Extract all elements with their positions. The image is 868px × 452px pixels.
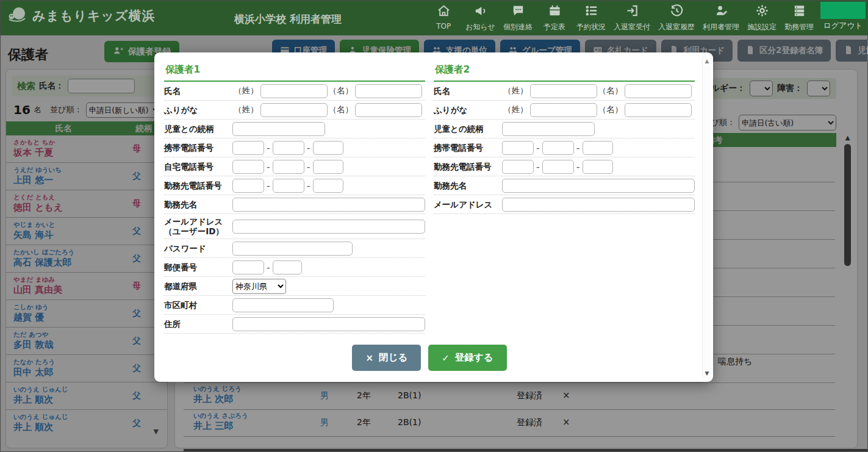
g2-work-3-input[interactable] (583, 160, 613, 174)
app-name: みまもりキッズ横浜 (32, 7, 155, 24)
g1-mobile-2-input[interactable] (273, 141, 304, 155)
g1-prefecture-row: 都道府県 神奈川県 (164, 277, 425, 296)
g2-email-row: メールアドレス (434, 195, 695, 214)
home-icon (437, 4, 451, 20)
g1-zip-1-input[interactable] (232, 260, 264, 274)
snail-logo-icon (7, 5, 27, 26)
g2-mobile-row: 携帯電話番号 - - (434, 138, 695, 157)
logout-button-block[interactable] (820, 2, 866, 19)
g1-first-name-input[interactable] (355, 84, 422, 98)
g1-home-phone-row: 自宅電話番号 - - (164, 157, 425, 176)
modal-actions: × 閉じる ✓ 登録する (164, 345, 695, 371)
g1-mobile-3-input[interactable] (313, 141, 343, 155)
megaphone-icon (473, 4, 487, 20)
g2-mobile-3-input[interactable] (583, 141, 613, 155)
nav-top[interactable]: TOP (429, 4, 457, 32)
close-modal-button[interactable]: × 閉じる (352, 345, 421, 371)
scroll-up-icon[interactable]: ▲ (703, 58, 711, 64)
guardian1-form: 保護者1 氏名 （姓） （名） ふりがな （姓） （名） 児童との続柄 (164, 59, 425, 334)
guardian1-title: 保護者1 (164, 59, 425, 82)
gear-icon (755, 4, 769, 20)
g1-work-phone-row: 勤務先電話番号 - - (164, 176, 425, 195)
g2-work-2-input[interactable] (542, 160, 574, 174)
nav-user-mgmt[interactable]: 利用者管理 (703, 4, 739, 32)
logout-button[interactable]: ログアウト (819, 1, 867, 35)
g1-work-1-input[interactable] (232, 179, 264, 193)
g1-city-row: 市区町村 (164, 296, 425, 315)
g2-relation-row: 児童との続柄 (434, 120, 695, 138)
g2-work-phone-row: 勤務先電話番号 - - (434, 157, 695, 176)
g1-relation-input[interactable] (232, 122, 325, 136)
g2-mobile-2-input[interactable] (542, 141, 574, 155)
top-nav-bar: みまもりキッズ横浜 横浜小学校 利用者管理 TOP お知らせ 個別連絡 予定表 (1, 1, 867, 35)
g2-last-kana-input[interactable] (530, 103, 597, 117)
g1-relation-row: 児童との続柄 (164, 120, 425, 138)
g2-workname-row: 勤務先名 (434, 176, 695, 195)
calendar-icon (548, 4, 562, 20)
g1-mobile-1-input[interactable] (232, 141, 264, 155)
scroll-down-icon[interactable]: ▼ (703, 370, 711, 376)
nav-history[interactable]: 入退室履歴 (658, 4, 695, 32)
main-nav: TOP お知らせ 個別連絡 予定表 予約状況 入退室受付 (429, 4, 814, 32)
submit-registration-button[interactable]: ✓ 登録する (428, 345, 506, 371)
g1-address-row: 住所 (164, 315, 425, 334)
close-icon: × (365, 353, 373, 364)
guardian-register-modal: 保護者1 氏名 （姓） （名） ふりがな （姓） （名） 児童との続柄 (154, 52, 713, 382)
guardian2-form: 保護者2 氏名 （姓） （名） ふりがな （姓） （名） 児童との続柄 (434, 59, 695, 334)
g1-city-input[interactable] (232, 298, 334, 312)
g1-address-input[interactable] (232, 317, 425, 331)
nav-work-mgmt[interactable]: 勤務管理 (784, 4, 814, 32)
nav-messages[interactable]: 個別連絡 (503, 4, 533, 32)
nav-notices[interactable]: お知らせ (465, 4, 495, 32)
g2-name-row: 氏名 （姓） （名） (434, 82, 695, 101)
g1-email-row: メールアドレス（ユーザーID） (164, 214, 425, 239)
app-brand: みまもりキッズ横浜 (7, 5, 155, 26)
g2-kana-row: ふりがな （姓） （名） (434, 101, 695, 120)
g1-email-input[interactable] (232, 220, 425, 234)
g2-first-kana-input[interactable] (625, 103, 692, 117)
g1-workname-input[interactable] (232, 198, 425, 212)
g1-password-input[interactable] (232, 242, 353, 256)
g1-name-row: 氏名 （姓） （名） (164, 82, 425, 101)
server-stack-icon (792, 4, 806, 20)
modal-scrollbar[interactable]: ▲ ▼ (702, 56, 711, 379)
g1-zip-row: 郵便番号 - (164, 258, 425, 277)
history-icon (670, 4, 684, 20)
g2-last-name-input[interactable] (530, 84, 597, 98)
g2-first-name-input[interactable] (625, 84, 692, 98)
g1-work-3-input[interactable] (313, 179, 343, 193)
g2-work-1-input[interactable] (502, 160, 534, 174)
nav-schedule[interactable]: 予定表 (540, 4, 569, 32)
g1-zip-2-input[interactable] (273, 260, 302, 274)
guardian2-title: 保護者2 (434, 59, 695, 82)
nav-checkin[interactable]: 入退室受付 (614, 4, 650, 32)
app-window: 保護者 保護者登録 検索 氏名： 16 名 並び順： 申請日(新しい順) 氏名 … (0, 0, 868, 452)
g1-mobile-row: 携帯電話番号 - - (164, 138, 425, 157)
g1-password-row: パスワード (164, 239, 425, 258)
g1-first-kana-input[interactable] (355, 103, 422, 117)
g1-last-kana-input[interactable] (260, 103, 328, 117)
g1-prefecture-select[interactable]: 神奈川県 (232, 279, 286, 294)
g2-relation-input[interactable] (502, 122, 595, 136)
sign-in-icon (625, 4, 639, 20)
g1-work-2-input[interactable] (273, 179, 304, 193)
g1-home-2-input[interactable] (273, 160, 304, 174)
g2-mobile-1-input[interactable] (502, 141, 534, 155)
nav-facility-settings[interactable]: 施設設定 (747, 4, 777, 32)
g1-home-3-input[interactable] (313, 160, 343, 174)
nav-reservations[interactable]: 予約状況 (576, 4, 606, 32)
g2-email-input[interactable] (502, 198, 695, 212)
g1-workname-row: 勤務先名 (164, 195, 425, 214)
g1-home-1-input[interactable] (232, 160, 264, 174)
g1-kana-row: ふりがな （姓） （名） (164, 101, 425, 120)
user-edit-icon (714, 4, 728, 20)
g1-last-name-input[interactable] (260, 84, 328, 98)
chat-bubble-icon (511, 4, 525, 20)
page-title: 横浜小学校 利用者管理 (234, 12, 342, 26)
g2-workname-input[interactable] (502, 179, 695, 193)
list-icon (584, 4, 598, 20)
check-icon: ✓ (442, 353, 450, 364)
